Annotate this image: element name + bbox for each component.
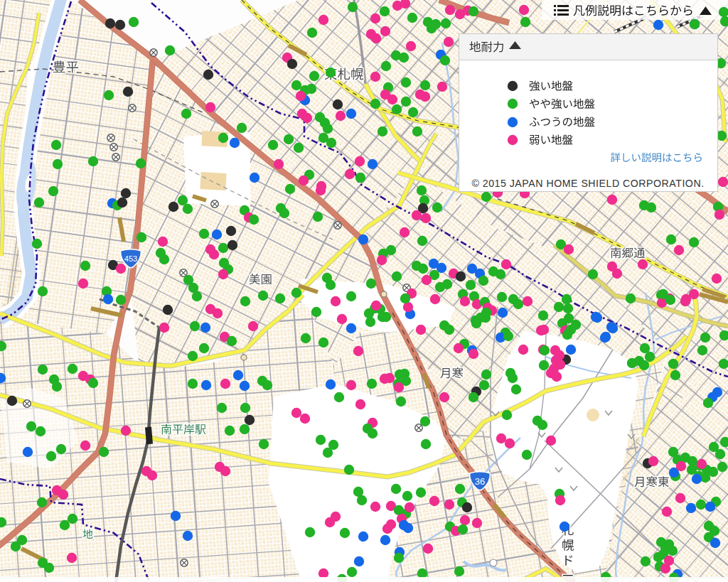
svg-text:453: 453 — [124, 254, 137, 263]
svg-text:© 2015 JAPAN HOME SHIELD CORPO: © 2015 JAPAN HOME SHIELD CORPORATION. — [471, 178, 704, 189]
svg-text:36: 36 — [475, 476, 485, 487]
